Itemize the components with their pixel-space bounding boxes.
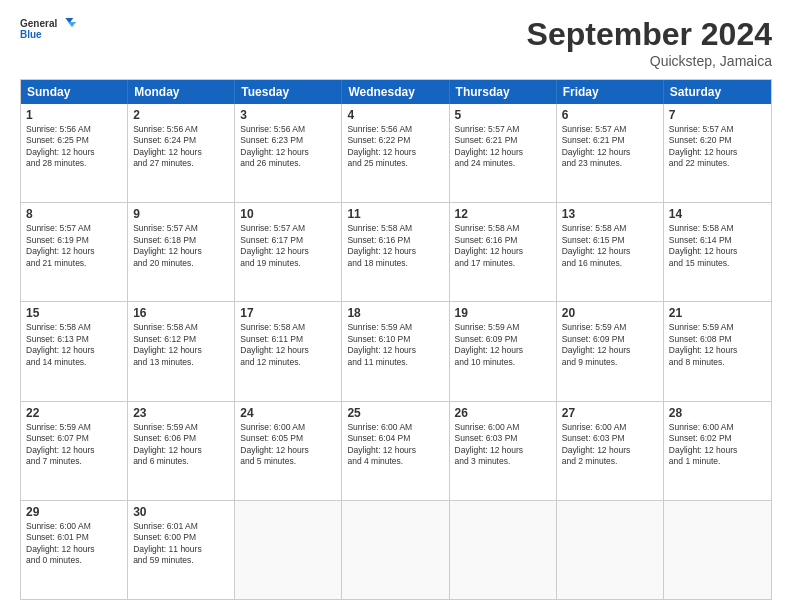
calendar-row-2: 8Sunrise: 5:57 AM Sunset: 6:19 PM Daylig… bbox=[21, 202, 771, 301]
cell-info: Sunrise: 6:00 AM Sunset: 6:03 PM Dayligh… bbox=[455, 422, 551, 468]
cell-info: Sunrise: 5:59 AM Sunset: 6:09 PM Dayligh… bbox=[562, 322, 658, 368]
cell-info: Sunrise: 6:00 AM Sunset: 6:05 PM Dayligh… bbox=[240, 422, 336, 468]
cell-info: Sunrise: 5:58 AM Sunset: 6:12 PM Dayligh… bbox=[133, 322, 229, 368]
day-cell-2: 2Sunrise: 5:56 AM Sunset: 6:24 PM Daylig… bbox=[128, 104, 235, 202]
cell-info: Sunrise: 5:58 AM Sunset: 6:16 PM Dayligh… bbox=[347, 223, 443, 269]
day-cell-5: 5Sunrise: 5:57 AM Sunset: 6:21 PM Daylig… bbox=[450, 104, 557, 202]
day-number: 29 bbox=[26, 505, 122, 519]
empty-cell bbox=[450, 501, 557, 599]
day-number: 23 bbox=[133, 406, 229, 420]
day-number: 14 bbox=[669, 207, 766, 221]
cell-info: Sunrise: 6:00 AM Sunset: 6:02 PM Dayligh… bbox=[669, 422, 766, 468]
cell-info: Sunrise: 5:57 AM Sunset: 6:18 PM Dayligh… bbox=[133, 223, 229, 269]
day-number: 24 bbox=[240, 406, 336, 420]
header-day-saturday: Saturday bbox=[664, 80, 771, 104]
cell-info: Sunrise: 5:59 AM Sunset: 6:08 PM Dayligh… bbox=[669, 322, 766, 368]
cell-info: Sunrise: 6:00 AM Sunset: 6:04 PM Dayligh… bbox=[347, 422, 443, 468]
svg-marker-3 bbox=[68, 22, 76, 27]
day-number: 22 bbox=[26, 406, 122, 420]
day-number: 26 bbox=[455, 406, 551, 420]
calendar: SundayMondayTuesdayWednesdayThursdayFrid… bbox=[20, 79, 772, 600]
day-number: 30 bbox=[133, 505, 229, 519]
cell-info: Sunrise: 5:58 AM Sunset: 6:14 PM Dayligh… bbox=[669, 223, 766, 269]
day-cell-9: 9Sunrise: 5:57 AM Sunset: 6:18 PM Daylig… bbox=[128, 203, 235, 301]
cell-info: Sunrise: 5:58 AM Sunset: 6:16 PM Dayligh… bbox=[455, 223, 551, 269]
cell-info: Sunrise: 5:56 AM Sunset: 6:23 PM Dayligh… bbox=[240, 124, 336, 170]
title-block: September 2024 Quickstep, Jamaica bbox=[527, 16, 772, 69]
day-cell-11: 11Sunrise: 5:58 AM Sunset: 6:16 PM Dayli… bbox=[342, 203, 449, 301]
header-day-thursday: Thursday bbox=[450, 80, 557, 104]
day-number: 27 bbox=[562, 406, 658, 420]
cell-info: Sunrise: 6:00 AM Sunset: 6:03 PM Dayligh… bbox=[562, 422, 658, 468]
day-number: 17 bbox=[240, 306, 336, 320]
day-number: 28 bbox=[669, 406, 766, 420]
header-day-wednesday: Wednesday bbox=[342, 80, 449, 104]
day-cell-16: 16Sunrise: 5:58 AM Sunset: 6:12 PM Dayli… bbox=[128, 302, 235, 400]
day-number: 9 bbox=[133, 207, 229, 221]
day-number: 6 bbox=[562, 108, 658, 122]
day-cell-19: 19Sunrise: 5:59 AM Sunset: 6:09 PM Dayli… bbox=[450, 302, 557, 400]
day-cell-1: 1Sunrise: 5:56 AM Sunset: 6:25 PM Daylig… bbox=[21, 104, 128, 202]
cell-info: Sunrise: 5:59 AM Sunset: 6:07 PM Dayligh… bbox=[26, 422, 122, 468]
logo-icon: GeneralBlue bbox=[20, 16, 80, 44]
day-cell-15: 15Sunrise: 5:58 AM Sunset: 6:13 PM Dayli… bbox=[21, 302, 128, 400]
calendar-row-5: 29Sunrise: 6:00 AM Sunset: 6:01 PM Dayli… bbox=[21, 500, 771, 599]
day-cell-22: 22Sunrise: 5:59 AM Sunset: 6:07 PM Dayli… bbox=[21, 402, 128, 500]
day-number: 8 bbox=[26, 207, 122, 221]
day-number: 4 bbox=[347, 108, 443, 122]
cell-info: Sunrise: 5:57 AM Sunset: 6:21 PM Dayligh… bbox=[562, 124, 658, 170]
day-cell-20: 20Sunrise: 5:59 AM Sunset: 6:09 PM Dayli… bbox=[557, 302, 664, 400]
calendar-header: SundayMondayTuesdayWednesdayThursdayFrid… bbox=[21, 80, 771, 104]
logo: GeneralBlue bbox=[20, 16, 80, 44]
day-number: 16 bbox=[133, 306, 229, 320]
header-day-monday: Monday bbox=[128, 80, 235, 104]
day-cell-30: 30Sunrise: 6:01 AM Sunset: 6:00 PM Dayli… bbox=[128, 501, 235, 599]
cell-info: Sunrise: 5:57 AM Sunset: 6:21 PM Dayligh… bbox=[455, 124, 551, 170]
day-cell-3: 3Sunrise: 5:56 AM Sunset: 6:23 PM Daylig… bbox=[235, 104, 342, 202]
day-cell-26: 26Sunrise: 6:00 AM Sunset: 6:03 PM Dayli… bbox=[450, 402, 557, 500]
cell-info: Sunrise: 6:01 AM Sunset: 6:00 PM Dayligh… bbox=[133, 521, 229, 567]
day-number: 13 bbox=[562, 207, 658, 221]
cell-info: Sunrise: 5:56 AM Sunset: 6:25 PM Dayligh… bbox=[26, 124, 122, 170]
empty-cell bbox=[235, 501, 342, 599]
day-cell-4: 4Sunrise: 5:56 AM Sunset: 6:22 PM Daylig… bbox=[342, 104, 449, 202]
day-cell-29: 29Sunrise: 6:00 AM Sunset: 6:01 PM Dayli… bbox=[21, 501, 128, 599]
day-cell-8: 8Sunrise: 5:57 AM Sunset: 6:19 PM Daylig… bbox=[21, 203, 128, 301]
calendar-row-3: 15Sunrise: 5:58 AM Sunset: 6:13 PM Dayli… bbox=[21, 301, 771, 400]
month-title: September 2024 bbox=[527, 16, 772, 53]
empty-cell bbox=[342, 501, 449, 599]
cell-info: Sunrise: 5:57 AM Sunset: 6:20 PM Dayligh… bbox=[669, 124, 766, 170]
day-number: 10 bbox=[240, 207, 336, 221]
cell-info: Sunrise: 5:58 AM Sunset: 6:13 PM Dayligh… bbox=[26, 322, 122, 368]
day-cell-10: 10Sunrise: 5:57 AM Sunset: 6:17 PM Dayli… bbox=[235, 203, 342, 301]
day-number: 11 bbox=[347, 207, 443, 221]
day-number: 20 bbox=[562, 306, 658, 320]
calendar-row-1: 1Sunrise: 5:56 AM Sunset: 6:25 PM Daylig… bbox=[21, 104, 771, 202]
calendar-body: 1Sunrise: 5:56 AM Sunset: 6:25 PM Daylig… bbox=[21, 104, 771, 599]
subtitle: Quickstep, Jamaica bbox=[527, 53, 772, 69]
cell-info: Sunrise: 5:59 AM Sunset: 6:09 PM Dayligh… bbox=[455, 322, 551, 368]
header-day-sunday: Sunday bbox=[21, 80, 128, 104]
cell-info: Sunrise: 5:58 AM Sunset: 6:15 PM Dayligh… bbox=[562, 223, 658, 269]
cell-info: Sunrise: 5:59 AM Sunset: 6:10 PM Dayligh… bbox=[347, 322, 443, 368]
day-cell-14: 14Sunrise: 5:58 AM Sunset: 6:14 PM Dayli… bbox=[664, 203, 771, 301]
day-cell-24: 24Sunrise: 6:00 AM Sunset: 6:05 PM Dayli… bbox=[235, 402, 342, 500]
cell-info: Sunrise: 5:59 AM Sunset: 6:06 PM Dayligh… bbox=[133, 422, 229, 468]
header-day-tuesday: Tuesday bbox=[235, 80, 342, 104]
day-cell-12: 12Sunrise: 5:58 AM Sunset: 6:16 PM Dayli… bbox=[450, 203, 557, 301]
day-cell-18: 18Sunrise: 5:59 AM Sunset: 6:10 PM Dayli… bbox=[342, 302, 449, 400]
day-cell-25: 25Sunrise: 6:00 AM Sunset: 6:04 PM Dayli… bbox=[342, 402, 449, 500]
day-number: 21 bbox=[669, 306, 766, 320]
empty-cell bbox=[557, 501, 664, 599]
day-number: 15 bbox=[26, 306, 122, 320]
svg-text:General: General bbox=[20, 18, 57, 29]
svg-text:Blue: Blue bbox=[20, 29, 42, 40]
header-day-friday: Friday bbox=[557, 80, 664, 104]
day-cell-7: 7Sunrise: 5:57 AM Sunset: 6:20 PM Daylig… bbox=[664, 104, 771, 202]
day-cell-13: 13Sunrise: 5:58 AM Sunset: 6:15 PM Dayli… bbox=[557, 203, 664, 301]
cell-info: Sunrise: 5:56 AM Sunset: 6:24 PM Dayligh… bbox=[133, 124, 229, 170]
day-number: 3 bbox=[240, 108, 336, 122]
day-number: 7 bbox=[669, 108, 766, 122]
day-number: 12 bbox=[455, 207, 551, 221]
cell-info: Sunrise: 6:00 AM Sunset: 6:01 PM Dayligh… bbox=[26, 521, 122, 567]
